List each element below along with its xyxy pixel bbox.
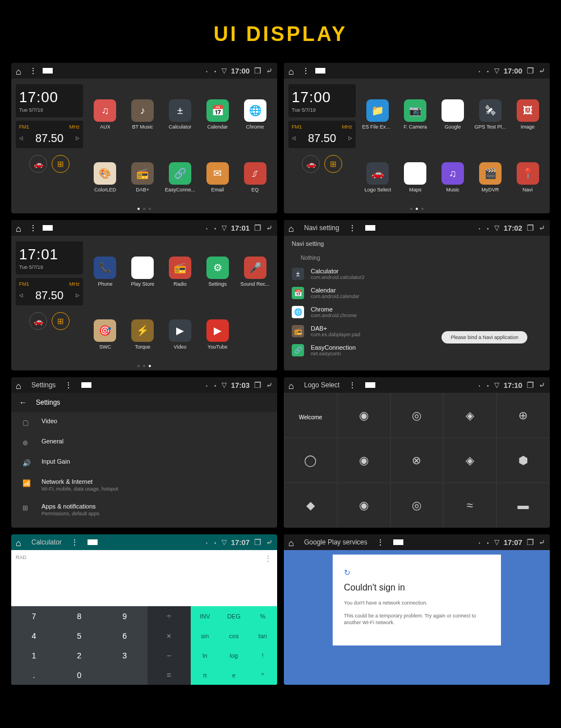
next-icon[interactable]: ᐅ xyxy=(75,135,80,141)
apps-button[interactable]: ⊞ xyxy=(324,155,342,173)
app-video[interactable]: ▶Video xyxy=(163,304,198,365)
calc-key-5[interactable]: 5 xyxy=(57,626,102,645)
logo-cell[interactable]: ⊕ xyxy=(496,393,550,438)
calc-sci-DEG[interactable]: DEG xyxy=(219,606,248,626)
back-icon[interactable] xyxy=(539,223,545,232)
menu-dots-icon[interactable] xyxy=(376,538,384,547)
recent-icon[interactable] xyxy=(527,381,534,390)
menu-dots-icon[interactable] xyxy=(65,381,72,390)
apps-button[interactable]: ⊞ xyxy=(52,312,70,330)
app-esfileexpl[interactable]: 📁ES File Expl... xyxy=(360,84,396,145)
calc-key-9[interactable]: 9 xyxy=(102,606,148,626)
calc-key-8[interactable]: 8 xyxy=(57,606,102,626)
calc-menu-icon[interactable]: ⋮ xyxy=(265,555,272,562)
navi-item[interactable]: ±Calculatorcom.android.calculator2 xyxy=(284,264,550,283)
app-navi[interactable]: 📍Navi xyxy=(510,147,545,208)
menu-dots-icon[interactable] xyxy=(348,223,356,232)
app-calculator[interactable]: ±Calculator xyxy=(163,84,198,145)
calc-sci-π[interactable]: π xyxy=(191,665,219,685)
app-playstore[interactable]: ▶Play Store xyxy=(125,241,160,302)
calc-sci-^[interactable]: ^ xyxy=(249,665,277,685)
logo-cell[interactable]: ◎ xyxy=(390,483,444,528)
logo-cell[interactable]: ◈ xyxy=(443,438,496,483)
window2-icon[interactable] xyxy=(399,539,403,545)
calc-key-[interactable] xyxy=(102,665,148,685)
car-mode-button[interactable]: 🚗 xyxy=(302,155,320,173)
app-torque[interactable]: ⚡Torque xyxy=(125,304,160,365)
app-eq[interactable]: ⎎EQ xyxy=(237,147,273,208)
home-icon[interactable] xyxy=(288,381,296,389)
recent-icon[interactable] xyxy=(254,223,261,232)
window2-icon[interactable] xyxy=(321,68,325,74)
back-icon[interactable] xyxy=(266,66,273,75)
refresh-icon[interactable]: ↻ xyxy=(344,568,490,577)
app-gpstestpl[interactable]: 🛰GPS Test Pl... xyxy=(472,84,508,145)
menu-dots-icon[interactable] xyxy=(29,66,37,75)
app-dab[interactable]: 📻DAB+ xyxy=(125,147,160,208)
app-chrome[interactable]: 🌐Chrome xyxy=(237,84,273,145)
recent-icon[interactable] xyxy=(254,66,261,75)
calc-key-0[interactable]: 0 xyxy=(57,665,102,685)
navi-item[interactable]: 📅Calendarcom.android.calendar xyxy=(284,283,550,303)
prev-icon[interactable]: ᐊ xyxy=(19,135,24,141)
app-swc[interactable]: 🎯SWC xyxy=(88,304,123,365)
settings-item[interactable]: 📶Network & InternetWi-Fi, mobile, data u… xyxy=(11,473,277,497)
app-aux[interactable]: ♫AUX xyxy=(88,84,123,145)
clock-widget[interactable]: 17:01Tue 5/7/19 xyxy=(16,241,83,274)
home-icon[interactable] xyxy=(288,538,296,546)
calc-key-2[interactable]: 2 xyxy=(57,645,102,665)
logo-cell[interactable]: ⊗ xyxy=(390,438,444,483)
window2-icon[interactable] xyxy=(371,382,375,388)
calc-op[interactable]: = xyxy=(148,665,191,685)
apps-button[interactable]: ⊞ xyxy=(52,155,70,173)
back-icon[interactable] xyxy=(266,538,273,547)
calc-sci-ln[interactable]: ln xyxy=(191,645,219,665)
window-icon[interactable] xyxy=(365,225,371,231)
calc-sci-%[interactable]: % xyxy=(249,606,277,626)
calc-key-1[interactable]: 1 xyxy=(11,645,57,665)
logo-cell[interactable]: ≈ xyxy=(443,483,496,528)
calc-op[interactable]: ÷ xyxy=(148,606,191,626)
recent-icon[interactable] xyxy=(527,66,534,75)
recent-icon[interactable] xyxy=(527,538,534,547)
app-calendar[interactable]: 📅Calendar xyxy=(200,84,235,145)
recent-icon[interactable] xyxy=(254,538,261,547)
window-icon[interactable] xyxy=(393,539,399,545)
back-arrow-icon[interactable] xyxy=(19,397,27,408)
logo-cell[interactable]: ◆ xyxy=(284,483,337,528)
calc-sci-cos[interactable]: cos xyxy=(219,626,248,645)
back-icon[interactable] xyxy=(266,223,273,232)
calc-op[interactable]: − xyxy=(148,645,191,665)
logo-cell[interactable]: ◉ xyxy=(337,393,390,438)
logo-cell[interactable]: ◎ xyxy=(390,393,444,438)
calc-sci-e[interactable]: e xyxy=(219,665,248,685)
settings-item[interactable]: 🔊Input Gain xyxy=(11,452,277,473)
logo-cell[interactable]: ◉ xyxy=(337,438,390,483)
settings-item[interactable]: ▢DisplayWallpaper, sleep, font size xyxy=(11,522,277,528)
radio-widget[interactable]: FM1MHzᐊ87.50ᐅ xyxy=(16,278,83,305)
window-icon[interactable] xyxy=(88,539,93,545)
app-soundrec[interactable]: 🎤Sound Rec... xyxy=(237,241,273,302)
window-icon[interactable] xyxy=(43,225,48,231)
calc-sci-![interactable]: ! xyxy=(249,645,277,665)
app-youtube[interactable]: ▶YouTube xyxy=(200,304,235,365)
logo-cell[interactable]: Welcome xyxy=(284,393,337,438)
prev-icon[interactable]: ᐊ xyxy=(292,135,296,141)
home-icon[interactable] xyxy=(16,67,24,75)
prev-icon[interactable]: ᐊ xyxy=(19,292,24,299)
calc-key-3[interactable]: 3 xyxy=(102,645,148,665)
app-radio[interactable]: 📻Radio xyxy=(163,241,198,302)
radio-widget[interactable]: FM1MHz ᐊ87.50ᐅ xyxy=(16,121,83,148)
back-icon[interactable] xyxy=(539,538,545,547)
calc-sci-sin[interactable]: sin xyxy=(191,626,219,645)
app-mydvr[interactable]: 🎬MyDVR xyxy=(472,147,508,208)
app-music[interactable]: ♫Music xyxy=(435,147,471,208)
logo-cell[interactable]: ▬ xyxy=(496,483,550,528)
next-icon[interactable]: ᐅ xyxy=(75,292,80,299)
menu-dots-icon[interactable] xyxy=(29,223,37,232)
car-mode-button[interactable]: 🚗 xyxy=(29,155,47,173)
menu-dots-icon[interactable] xyxy=(302,66,310,75)
back-icon[interactable] xyxy=(539,381,545,390)
app-maps[interactable]: 🗺Maps xyxy=(398,147,433,208)
calc-key-4[interactable]: 4 xyxy=(11,626,57,645)
